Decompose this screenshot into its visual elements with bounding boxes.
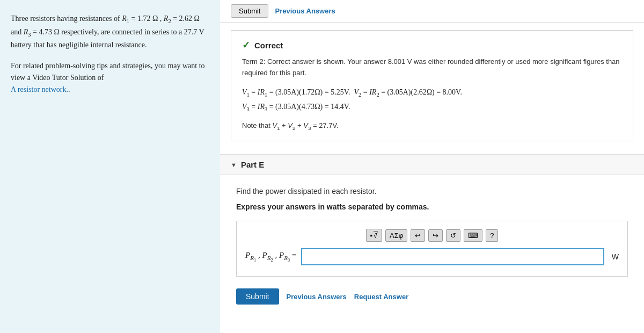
submit-button-top[interactable]: Submit	[231, 4, 268, 18]
input-area-box: ▪ √̄ ΑΣφ ↩ ↪ ↺ ⌨	[236, 221, 628, 277]
problem-text: Three resistors having resistances of R1…	[11, 13, 209, 52]
question-mark-icon: ?	[490, 231, 494, 240]
bottom-bar: Submit Previous Answers Request Answer	[236, 285, 628, 308]
checkmark-icon: ✓	[242, 39, 250, 51]
answer-row: PR1 , PR2 , PR3 = W	[245, 248, 619, 265]
keyboard-button[interactable]: ⌨	[464, 229, 482, 242]
correct-header: ✓ Correct	[242, 39, 622, 51]
chevron-down-icon: ▼	[231, 162, 237, 168]
correct-block: ✓ Correct Term 2: Correct answer is show…	[231, 30, 633, 141]
redo-button[interactable]: ↪	[428, 229, 443, 242]
top-bar: Submit Previous Answers	[220, 0, 644, 23]
part-e-header[interactable]: ▼ Part E	[220, 154, 644, 175]
redo-icon: ↪	[433, 231, 438, 240]
reset-icon: ↺	[450, 231, 456, 240]
previous-answers-link-bottom[interactable]: Previous Answers	[287, 293, 347, 301]
right-panel: Submit Previous Answers ✓ Correct Term 2…	[220, 0, 644, 333]
symbol-button[interactable]: ΑΣφ	[385, 229, 407, 242]
math-line-2: V3 = IR3 = (3.05A)(4.73Ω) = 14.4V.	[242, 100, 622, 115]
tip-text: For related problem-solving tips and str…	[11, 60, 209, 96]
answer-unit-label: W	[612, 252, 619, 261]
part-e-label: Part E	[241, 160, 264, 169]
math-line-1: V1 = IR1 = (3.05A)(1.72Ω) = 5.25V. V2 = …	[242, 85, 622, 100]
part-e-section: ▼ Part E Find the power dissipated in ea…	[220, 149, 644, 324]
submit-button-bottom[interactable]: Submit	[236, 288, 279, 305]
note-text: Note that V1 + V2 + V3 = 27.7V.	[242, 120, 622, 132]
previous-answers-link-top[interactable]: Previous Answers	[275, 7, 335, 15]
keyboard-icon: ⌨	[468, 231, 478, 240]
left-panel: Three resistors having resistances of R1…	[0, 0, 220, 333]
undo-button[interactable]: ↩	[411, 229, 425, 242]
request-answer-link[interactable]: Request Answer	[354, 293, 408, 301]
reset-button[interactable]: ↺	[446, 229, 460, 242]
math-equations: V1 = IR1 = (3.05A)(1.72Ω) = 5.25V. V2 = …	[242, 85, 622, 115]
alpha-sigma-phi-icon: ΑΣφ	[390, 231, 403, 240]
part-e-bold-instruction: Express your answers in watts separated …	[236, 202, 628, 211]
matrix-icon: ▪	[370, 231, 373, 240]
answer-input[interactable]	[301, 248, 604, 265]
formula-toolbar: ▪ √̄ ΑΣφ ↩ ↪ ↺ ⌨	[245, 229, 619, 242]
correct-term-text: Term 2: Correct answer is shown. Your an…	[242, 56, 622, 79]
undo-icon: ↩	[415, 231, 421, 240]
help-button[interactable]: ?	[486, 229, 498, 242]
matrix-button[interactable]: ▪ √̄	[366, 229, 383, 242]
resistor-network-link[interactable]: A resistor network.	[11, 85, 68, 93]
part-e-content: Find the power dissipated in each resist…	[220, 175, 644, 318]
part-e-instruction: Find the power dissipated in each resist…	[236, 186, 628, 197]
sqrt-icon: √̄	[374, 231, 378, 240]
answer-label: PR1 , PR2 , PR3 =	[245, 251, 297, 263]
correct-label: Correct	[254, 41, 283, 50]
